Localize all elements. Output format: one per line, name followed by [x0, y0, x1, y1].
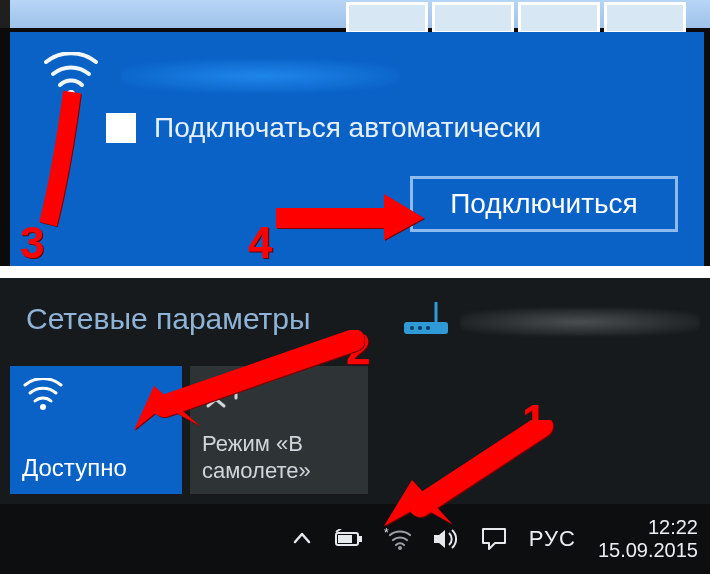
svg-rect-12: [276, 208, 386, 228]
router-name-redacted: [460, 308, 700, 336]
svg-point-11: [398, 546, 402, 550]
annotation-arrow-2: [104, 330, 364, 440]
router-icon: [400, 298, 452, 344]
annotation-number-4: 4: [248, 218, 272, 268]
svg-rect-9: [338, 535, 352, 543]
svg-rect-8: [359, 536, 362, 542]
tray-overflow-chevron-icon[interactable]: [285, 522, 319, 556]
clock-time: 12:22: [598, 516, 698, 539]
battery-icon[interactable]: [333, 522, 367, 556]
svg-point-4: [426, 326, 430, 330]
svg-point-3: [418, 326, 422, 330]
taskbar: * РУС 12:22 15.09.2015: [0, 504, 710, 574]
annotation-arrow-1: [370, 420, 560, 530]
connect-button[interactable]: Подключиться: [410, 176, 678, 232]
clock[interactable]: 12:22 15.09.2015: [598, 516, 698, 562]
auto-connect-row[interactable]: Подключаться автоматически: [10, 106, 704, 160]
svg-point-2: [410, 326, 414, 330]
panel-separator: [0, 266, 710, 278]
annotation-arrow-4: [276, 192, 426, 242]
wifi-network-row[interactable]: [10, 32, 704, 106]
auto-connect-label: Подключаться автоматически: [154, 112, 541, 144]
svg-point-6: [40, 404, 46, 410]
background-window-fragment: [346, 2, 686, 34]
clock-date: 15.09.2015: [598, 539, 698, 562]
wifi-ssid-redacted: [120, 59, 400, 93]
screenshot-root: Подключаться автоматически Подключиться …: [0, 0, 710, 574]
annotation-arrow-3: [22, 78, 112, 228]
wifi-tile-label: Доступно: [22, 454, 170, 482]
